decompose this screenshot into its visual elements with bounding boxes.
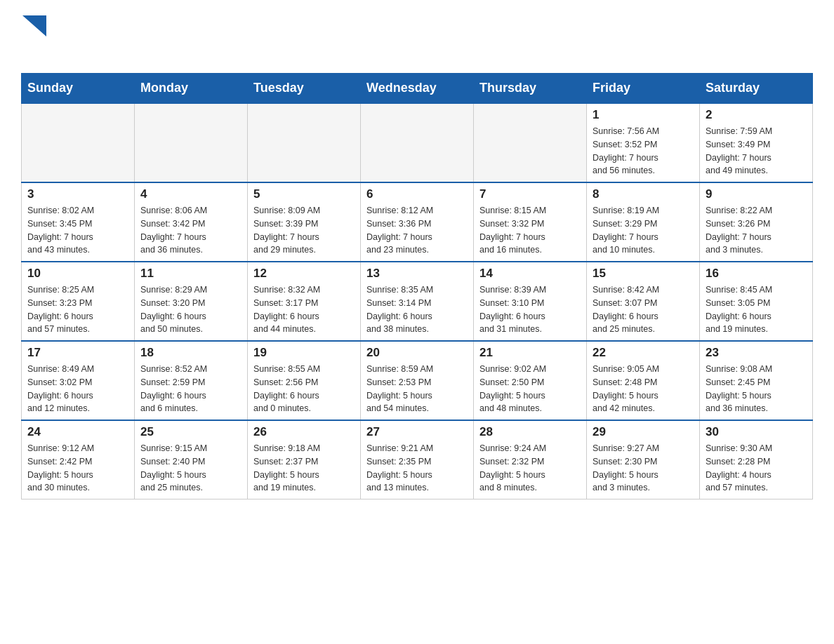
calendar-cell: 9Sunrise: 8:22 AMSunset: 3:26 PMDaylight… <box>700 182 813 262</box>
calendar-cell: 18Sunrise: 8:52 AMSunset: 2:59 PMDayligh… <box>135 341 248 420</box>
day-of-week-header: Saturday <box>700 74 813 104</box>
calendar-week-row: 10Sunrise: 8:25 AMSunset: 3:23 PMDayligh… <box>22 262 813 341</box>
logo-triangle-icon <box>22 15 46 36</box>
day-number: 17 <box>27 346 128 360</box>
day-info: Sunrise: 8:45 AMSunset: 3:05 PMDaylight:… <box>706 283 807 336</box>
day-info: Sunrise: 8:09 AMSunset: 3:39 PMDaylight:… <box>253 204 355 257</box>
day-number: 30 <box>706 425 807 439</box>
day-number: 2 <box>706 108 807 122</box>
day-info: Sunrise: 8:42 AMSunset: 3:07 PMDaylight:… <box>593 283 694 336</box>
day-number: 22 <box>593 346 694 360</box>
day-info: Sunrise: 8:15 AMSunset: 3:32 PMDaylight:… <box>479 204 581 257</box>
calendar-week-row: 17Sunrise: 8:49 AMSunset: 3:02 PMDayligh… <box>22 341 813 420</box>
calendar-cell: 26Sunrise: 9:18 AMSunset: 2:37 PMDayligh… <box>248 420 361 499</box>
day-number: 4 <box>140 187 241 201</box>
calendar-cell: 8Sunrise: 8:19 AMSunset: 3:29 PMDaylight… <box>587 182 700 262</box>
day-info: Sunrise: 8:35 AMSunset: 3:14 PMDaylight:… <box>366 283 468 336</box>
day-number: 8 <box>593 187 694 201</box>
day-number: 9 <box>706 187 807 201</box>
calendar-cell <box>248 103 361 182</box>
calendar-cell: 28Sunrise: 9:24 AMSunset: 2:32 PMDayligh… <box>474 420 587 499</box>
calendar-cell <box>361 103 474 182</box>
day-info: Sunrise: 8:02 AMSunset: 3:45 PMDaylight:… <box>27 204 128 257</box>
calendar-cell: 25Sunrise: 9:15 AMSunset: 2:40 PMDayligh… <box>135 420 248 499</box>
day-number: 3 <box>27 187 128 201</box>
calendar-cell: 7Sunrise: 8:15 AMSunset: 3:32 PMDaylight… <box>474 182 587 262</box>
day-number: 18 <box>140 346 241 360</box>
day-info: Sunrise: 8:06 AMSunset: 3:42 PMDaylight:… <box>140 204 241 257</box>
day-number: 6 <box>366 187 468 201</box>
day-info: Sunrise: 9:24 AMSunset: 2:32 PMDaylight:… <box>479 442 581 495</box>
calendar-cell: 22Sunrise: 9:05 AMSunset: 2:48 PMDayligh… <box>587 341 700 420</box>
calendar-cell: 13Sunrise: 8:35 AMSunset: 3:14 PMDayligh… <box>361 262 474 341</box>
day-info: Sunrise: 8:25 AMSunset: 3:23 PMDaylight:… <box>27 283 128 336</box>
day-number: 5 <box>253 187 355 201</box>
day-info: Sunrise: 8:22 AMSunset: 3:26 PMDaylight:… <box>706 204 807 257</box>
page-header <box>21 14 813 60</box>
day-number: 7 <box>479 187 581 201</box>
day-info: Sunrise: 7:59 AMSunset: 3:49 PMDaylight:… <box>706 125 807 177</box>
day-number: 26 <box>253 425 355 439</box>
day-of-week-header: Monday <box>135 74 248 104</box>
day-number: 21 <box>479 346 581 360</box>
day-number: 27 <box>366 425 468 439</box>
calendar-cell: 3Sunrise: 8:02 AMSunset: 3:45 PMDaylight… <box>22 182 135 262</box>
calendar-cell: 20Sunrise: 8:59 AMSunset: 2:53 PMDayligh… <box>361 341 474 420</box>
day-info: Sunrise: 9:12 AMSunset: 2:42 PMDaylight:… <box>27 442 128 495</box>
calendar-cell: 23Sunrise: 9:08 AMSunset: 2:45 PMDayligh… <box>700 341 813 420</box>
day-number: 16 <box>706 267 807 281</box>
day-number: 28 <box>479 425 581 439</box>
day-number: 24 <box>27 425 128 439</box>
calendar-table: SundayMondayTuesdayWednesdayThursdayFrid… <box>21 73 813 499</box>
day-info: Sunrise: 9:30 AMSunset: 2:28 PMDaylight:… <box>706 442 807 495</box>
day-info: Sunrise: 8:29 AMSunset: 3:20 PMDaylight:… <box>140 283 241 336</box>
day-info: Sunrise: 8:19 AMSunset: 3:29 PMDaylight:… <box>593 204 694 257</box>
calendar-cell: 2Sunrise: 7:59 AMSunset: 3:49 PMDaylight… <box>700 103 813 182</box>
day-of-week-header: Tuesday <box>248 74 361 104</box>
calendar-cell: 27Sunrise: 9:21 AMSunset: 2:35 PMDayligh… <box>361 420 474 499</box>
day-number: 13 <box>366 267 468 281</box>
calendar-cell: 6Sunrise: 8:12 AMSunset: 3:36 PMDaylight… <box>361 182 474 262</box>
calendar-week-row: 24Sunrise: 9:12 AMSunset: 2:42 PMDayligh… <box>22 420 813 499</box>
day-info: Sunrise: 8:49 AMSunset: 3:02 PMDaylight:… <box>27 363 128 415</box>
day-number: 15 <box>593 267 694 281</box>
calendar-cell: 24Sunrise: 9:12 AMSunset: 2:42 PMDayligh… <box>22 420 135 499</box>
day-info: Sunrise: 8:55 AMSunset: 2:56 PMDaylight:… <box>253 363 355 415</box>
day-info: Sunrise: 8:52 AMSunset: 2:59 PMDaylight:… <box>140 363 241 415</box>
calendar-header-row: SundayMondayTuesdayWednesdayThursdayFrid… <box>22 74 813 104</box>
day-number: 10 <box>27 267 128 281</box>
day-info: Sunrise: 8:32 AMSunset: 3:17 PMDaylight:… <box>253 283 355 336</box>
day-of-week-header: Thursday <box>474 74 587 104</box>
day-info: Sunrise: 7:56 AMSunset: 3:52 PMDaylight:… <box>593 125 694 177</box>
calendar-cell: 29Sunrise: 9:27 AMSunset: 2:30 PMDayligh… <box>587 420 700 499</box>
calendar-cell: 12Sunrise: 8:32 AMSunset: 3:17 PMDayligh… <box>248 262 361 341</box>
calendar-cell: 19Sunrise: 8:55 AMSunset: 2:56 PMDayligh… <box>248 341 361 420</box>
logo <box>21 14 46 60</box>
day-number: 11 <box>140 267 241 281</box>
day-info: Sunrise: 9:05 AMSunset: 2:48 PMDaylight:… <box>593 363 694 415</box>
calendar-cell <box>22 103 135 182</box>
day-number: 12 <box>253 267 355 281</box>
svg-marker-0 <box>22 15 46 36</box>
day-info: Sunrise: 8:39 AMSunset: 3:10 PMDaylight:… <box>479 283 581 336</box>
calendar-cell: 17Sunrise: 8:49 AMSunset: 3:02 PMDayligh… <box>22 341 135 420</box>
calendar-cell: 30Sunrise: 9:30 AMSunset: 2:28 PMDayligh… <box>700 420 813 499</box>
day-number: 23 <box>706 346 807 360</box>
day-of-week-header: Sunday <box>22 74 135 104</box>
day-of-week-header: Friday <box>587 74 700 104</box>
calendar-cell: 15Sunrise: 8:42 AMSunset: 3:07 PMDayligh… <box>587 262 700 341</box>
calendar-cell: 21Sunrise: 9:02 AMSunset: 2:50 PMDayligh… <box>474 341 587 420</box>
calendar-cell: 14Sunrise: 8:39 AMSunset: 3:10 PMDayligh… <box>474 262 587 341</box>
calendar-cell: 10Sunrise: 8:25 AMSunset: 3:23 PMDayligh… <box>22 262 135 341</box>
calendar-cell <box>474 103 587 182</box>
day-info: Sunrise: 9:15 AMSunset: 2:40 PMDaylight:… <box>140 442 241 495</box>
day-number: 19 <box>253 346 355 360</box>
day-info: Sunrise: 9:08 AMSunset: 2:45 PMDaylight:… <box>706 363 807 415</box>
calendar-cell: 1Sunrise: 7:56 AMSunset: 3:52 PMDaylight… <box>587 103 700 182</box>
day-of-week-header: Wednesday <box>361 74 474 104</box>
day-info: Sunrise: 9:18 AMSunset: 2:37 PMDaylight:… <box>253 442 355 495</box>
day-info: Sunrise: 9:02 AMSunset: 2:50 PMDaylight:… <box>479 363 581 415</box>
day-info: Sunrise: 9:21 AMSunset: 2:35 PMDaylight:… <box>366 442 468 495</box>
day-number: 20 <box>366 346 468 360</box>
calendar-cell <box>135 103 248 182</box>
